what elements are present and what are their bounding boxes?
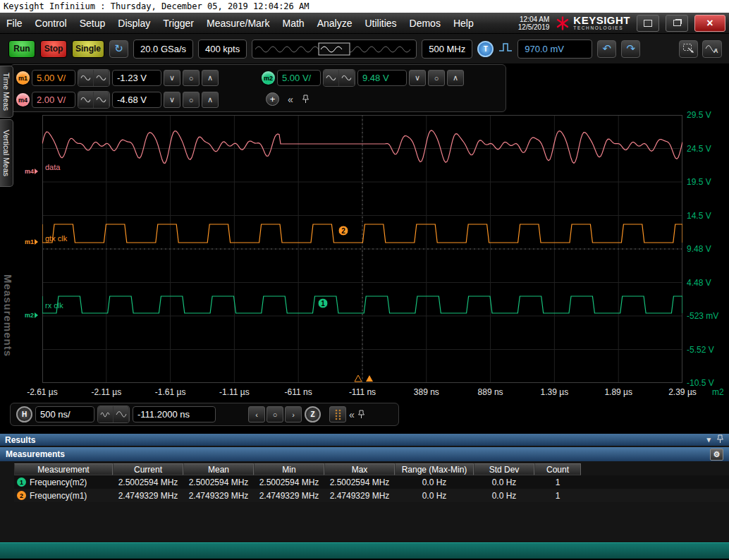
waveform-style-button[interactable] [324, 70, 339, 86]
column-header-std-dev: Std Dev [474, 463, 534, 475]
results-caret-icon[interactable]: ▾ [706, 435, 711, 444]
position-knob-button[interactable]: ○ [267, 406, 283, 422]
measurement-row[interactable]: 2Frequency(m1)2.4749329 MHz2.4749329 MHz… [14, 489, 729, 502]
timebase-display[interactable]: 500 ns/ [35, 406, 94, 422]
horizontal-badge[interactable]: H [16, 406, 32, 422]
marker-mode-button[interactable] [679, 40, 698, 58]
horizontal-position-display[interactable]: -111.2000 ns [133, 406, 216, 422]
measurements-header[interactable]: Measurements ⚙ [0, 447, 729, 461]
menu-item-measure-mark[interactable]: Measure/Mark [200, 13, 276, 33]
bandwidth-display[interactable]: 500 MHz [422, 39, 472, 59]
run-button[interactable]: Run [8, 40, 35, 58]
horizontal-preview[interactable] [252, 39, 417, 59]
horizontal-steppers: ‹ ○ › [248, 406, 302, 422]
sample-rate-display[interactable]: 20.0 GSa/s [133, 39, 193, 59]
channel-offset-m1[interactable]: -1.23 V [112, 70, 161, 86]
clock-time: 12:04 AM [518, 16, 550, 23]
offset-down-button[interactable]: ∨ [164, 92, 180, 108]
waveform-style-button[interactable] [78, 92, 94, 108]
menu-item-math[interactable]: Math [276, 13, 311, 33]
offset-knob-button[interactable]: ○ [183, 70, 200, 86]
menu-item-file[interactable]: File [0, 13, 29, 33]
measurements-title: Measurements [6, 449, 65, 459]
menu-item-demos[interactable]: Demos [403, 13, 447, 33]
waveform-style-button[interactable] [94, 92, 109, 108]
menu-item-analyze[interactable]: Analyze [311, 13, 359, 33]
y-axis-label: 19.5 V [687, 177, 711, 187]
single-button[interactable]: Single [72, 40, 104, 58]
ground-marker-label: m2 [25, 312, 34, 319]
trigger-source-badge[interactable]: T [477, 41, 494, 57]
ground-marker-m1: m1 [25, 238, 38, 245]
menu-item-setup[interactable]: Setup [73, 13, 112, 33]
position-right-button[interactable]: › [285, 406, 302, 422]
pin-channels-icon[interactable] [302, 95, 310, 104]
zoom-in-button[interactable] [114, 406, 129, 422]
menu-item-trigger[interactable]: Trigger [157, 13, 200, 33]
channel-badge-m1[interactable]: m1 [16, 71, 30, 85]
channel-badge-m4[interactable]: m4 [16, 93, 30, 106]
stop-button[interactable]: Stop [40, 40, 67, 58]
measurement-marker: 1 [17, 477, 26, 487]
measurement-value: 0.0 Hz [395, 489, 474, 502]
offset-up-button[interactable]: ∧ [202, 92, 219, 108]
y-axis-label: 14.5 V [687, 211, 711, 221]
axis-owner-label: m2 [712, 387, 724, 397]
measurement-row[interactable]: 1Frequency(m2)2.5002594 MHz2.5002594 MHz… [14, 475, 729, 489]
channel-scale-m2[interactable]: 5.00 V/ [277, 70, 321, 86]
offset-knob-button[interactable]: ○ [428, 70, 445, 86]
pin-icon [357, 410, 365, 419]
column-header-measurement: Measurement [14, 463, 113, 475]
dots-button[interactable] [329, 406, 346, 422]
grid-area[interactable]: 21 datagtx clkrx clk [42, 115, 682, 383]
trigger-edge-icon[interactable] [498, 41, 513, 56]
zoom-badge[interactable]: Z [305, 406, 321, 422]
tab-time-meas[interactable]: Time Meas [0, 66, 13, 118]
channel-badge-m2[interactable]: m2 [262, 71, 275, 85]
minimize-button[interactable] [637, 15, 659, 32]
pin-horizontal-icon[interactable] [357, 410, 365, 419]
x-axis-label: 389 ns [403, 387, 451, 397]
close-button[interactable]: × [694, 15, 725, 32]
menu-item-control[interactable]: Control [29, 13, 73, 33]
left-icon: ‹ [255, 410, 258, 419]
trigger-level-display[interactable]: 970.0 mV [517, 39, 592, 59]
results-pin-icon[interactable] [716, 434, 724, 445]
position-left-button[interactable]: ‹ [248, 406, 265, 422]
offset-down-button[interactable]: ∨ [164, 70, 180, 86]
touch-button[interactable]: ↻ [109, 40, 128, 58]
channel-offset-m4[interactable]: -4.68 V [112, 92, 161, 108]
results-header[interactable]: Results ▾ [0, 434, 729, 446]
waveform-svg[interactable]: 21 [42, 115, 682, 383]
menu-bar: FileControlSetupDisplayTriggerMeasure/Ma… [0, 13, 729, 34]
channel-offset-m2[interactable]: 9.48 V [357, 70, 407, 86]
channel-scale-m1[interactable]: 5.00 V/ [32, 70, 75, 86]
menu-item-help[interactable]: Help [447, 13, 480, 33]
offset-up-button[interactable]: ∧ [447, 70, 464, 86]
toolbar: Run Stop Single ↻ 20.0 GSa/s 400 kpts 50… [0, 34, 729, 63]
add-waveform-button[interactable]: + [266, 92, 279, 106]
channel-scale-m4[interactable]: 2.00 V/ [32, 92, 75, 108]
collapse-channels-icon[interactable]: « [288, 95, 293, 104]
waveform-style-button[interactable] [94, 70, 109, 86]
offset-knob-button[interactable]: ○ [183, 92, 200, 108]
measurement-name: Frequency(m1) [30, 491, 87, 501]
menu-item-display[interactable]: Display [111, 13, 157, 33]
offset-up-button[interactable]: ∧ [202, 70, 219, 86]
offset-down-button[interactable]: ∨ [409, 70, 426, 86]
redo-button[interactable]: ↷ [621, 40, 640, 58]
close-icon: × [706, 17, 713, 30]
pin-icon [716, 434, 724, 444]
tab-vertical-meas[interactable]: Vertical Meas [0, 119, 13, 187]
measurements-settings-button[interactable]: ⚙ [710, 449, 723, 461]
memory-depth-display[interactable]: 400 kpts [198, 39, 247, 59]
menu-item-utilities[interactable]: Utilities [358, 13, 403, 33]
waveform-style-button[interactable] [339, 70, 355, 86]
waveform-style-button[interactable] [78, 70, 94, 86]
knob-icon: ○ [273, 410, 278, 419]
waveform-tools-button[interactable]: A [702, 40, 722, 58]
collapse-horizontal-icon[interactable]: « [349, 410, 355, 420]
zoom-out-button[interactable] [98, 406, 114, 422]
restore-button[interactable] [666, 15, 688, 32]
undo-button[interactable]: ↶ [597, 40, 616, 58]
